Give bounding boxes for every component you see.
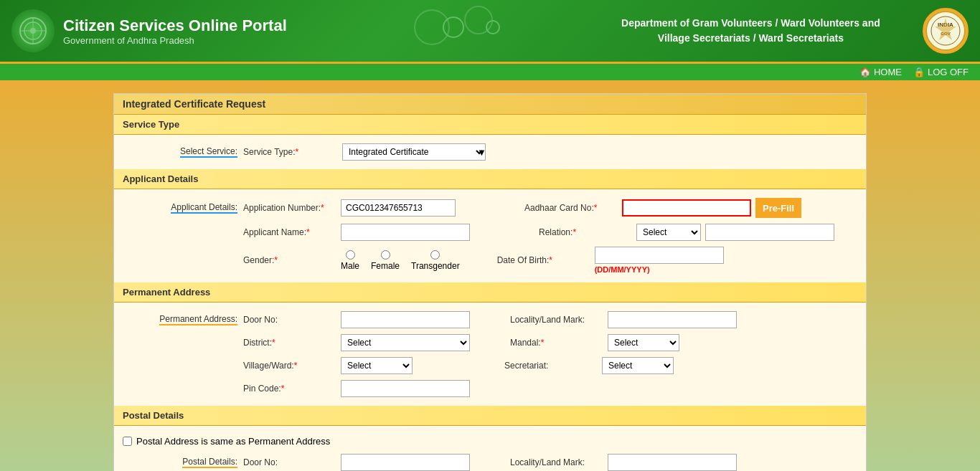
pin-code-row: Pin Code:*: [114, 377, 866, 400]
secretariat-label: Secretariat:: [504, 361, 598, 371]
navigation-bar: 🏠 HOME 🔒 LOG OFF: [0, 64, 980, 80]
relation-label: Relation:*: [539, 227, 632, 237]
portal-title-block: Citizen Services Online Portal Governmen…: [63, 16, 407, 46]
locality-label: Locality/Land Mark:: [510, 315, 603, 325]
dob-hint: (DD/MM/YYYY): [595, 265, 724, 274]
postal-details-section: Postal Address is same as Permanent Addr…: [114, 426, 866, 471]
government-emblem-icon: INDIA GOV: [923, 8, 969, 54]
app-number-label: Application Number:*: [243, 203, 336, 213]
postal-door-row: Postal Details: Door No: Locality/Land M…: [114, 451, 866, 471]
secretariat-select[interactable]: Select: [602, 357, 674, 374]
home-icon: 🏠: [859, 67, 871, 77]
department-name: Department of Gram Volunteers / Ward Vol…: [579, 16, 923, 46]
pin-code-label: Pin Code:*: [243, 384, 336, 394]
form-title: Integrated Certificate Request: [114, 94, 866, 115]
gender-dob-row: Gender:* Male Female Trans: [114, 244, 866, 277]
village-secretariat-row: Village/Ward:* Select Secretariat: Selec…: [114, 354, 866, 377]
home-link[interactable]: 🏠 HOME: [859, 67, 902, 77]
gender-male: Male: [341, 250, 359, 271]
service-type-field-label: Service Type:*: [243, 147, 336, 157]
portal-title: Citizen Services Online Portal: [63, 16, 407, 35]
permanent-address-label-row: Permanent Address: Door No: Locality/Lan…: [114, 308, 866, 331]
postal-door-input[interactable]: [341, 454, 470, 471]
district-select[interactable]: Select: [341, 334, 470, 351]
logoff-link[interactable]: 🔒 LOG OFF: [913, 67, 969, 77]
postal-locality-input[interactable]: [608, 454, 737, 471]
gender-label: Gender:*: [243, 255, 336, 265]
dob-label: Date Of Birth:*: [497, 255, 590, 265]
permanent-address-section: Permanent Address: Door No: Locality/Lan…: [114, 303, 866, 406]
aadhaar-input[interactable]: [622, 199, 751, 217]
mandal-label: Mandal:*: [510, 338, 603, 348]
district-label: District:*: [243, 338, 336, 348]
door-no-input[interactable]: [341, 311, 470, 328]
relation-select[interactable]: Select: [636, 224, 701, 241]
relation-name-input[interactable]: [705, 224, 834, 241]
permanent-address-sidebar-label: Permanent Address:: [123, 314, 237, 325]
pin-code-input[interactable]: [341, 380, 470, 397]
main-form: Integrated Certificate Request Service T…: [113, 93, 867, 471]
applicant-details-sidebar-label: Applicant Details:: [123, 202, 237, 214]
door-no-label: Door No:: [243, 315, 336, 325]
select-service-label: Select Service:: [123, 146, 237, 158]
district-mandal-row: District:* Select Mandal:* Select: [114, 331, 866, 354]
postal-door-label: Door No:: [243, 457, 336, 467]
gender-female-radio[interactable]: [381, 250, 390, 260]
postal-same-label[interactable]: Postal Address is same as Permanent Addr…: [136, 436, 330, 447]
postal-locality-label: Locality/Land Mark:: [510, 457, 603, 467]
postal-details-sidebar-label: Postal Details:: [123, 457, 237, 468]
permanent-address-section-header: Permanent Address: [114, 282, 866, 303]
applicant-details-label-row: Applicant Details: Application Number:* …: [114, 195, 866, 221]
app-number-input[interactable]: [341, 199, 456, 217]
dob-input[interactable]: [595, 247, 724, 264]
lock-icon: 🔒: [913, 67, 925, 77]
mandal-select[interactable]: Select: [608, 334, 679, 351]
applicant-details-section-header: Applicant Details: [114, 169, 866, 189]
locality-input[interactable]: [608, 311, 737, 328]
service-type-select[interactable]: Integrated Certificate: [342, 143, 486, 161]
portal-subtitle: Government of Andhra Pradesh: [63, 35, 407, 46]
service-type-row: Select Service: Service Type:* Integrate…: [114, 141, 866, 163]
page-header: Citizen Services Online Portal Governmen…: [0, 0, 980, 64]
gender-male-radio[interactable]: [346, 250, 355, 260]
postal-same-row: Postal Address is same as Permanent Addr…: [114, 432, 866, 451]
village-select[interactable]: Select: [341, 357, 413, 374]
applicant-name-input[interactable]: [341, 224, 470, 241]
service-type-section-header: Service Type: [114, 115, 866, 135]
applicant-name-row: Applicant Name:* Relation:* Select: [114, 221, 866, 244]
gender-radio-group: Male Female Transgender: [341, 250, 460, 271]
gender-female: Female: [371, 250, 400, 271]
prefill-button[interactable]: Pre-Fill: [755, 198, 801, 218]
gender-transgender: Transgender: [411, 250, 460, 271]
postal-same-checkbox[interactable]: [123, 437, 132, 446]
postal-details-section-header: Postal Details: [114, 406, 866, 426]
service-type-section: Select Service: Service Type:* Integrate…: [114, 135, 866, 169]
applicant-details-section: Applicant Details: Application Number:* …: [114, 189, 866, 282]
portal-logo-icon: [11, 9, 55, 52]
gender-transgender-radio[interactable]: [430, 250, 440, 260]
applicant-name-label: Applicant Name:*: [243, 227, 336, 237]
village-label: Village/Ward:*: [243, 361, 336, 371]
aadhaar-label: Aadhaar Card No:*: [524, 203, 618, 213]
